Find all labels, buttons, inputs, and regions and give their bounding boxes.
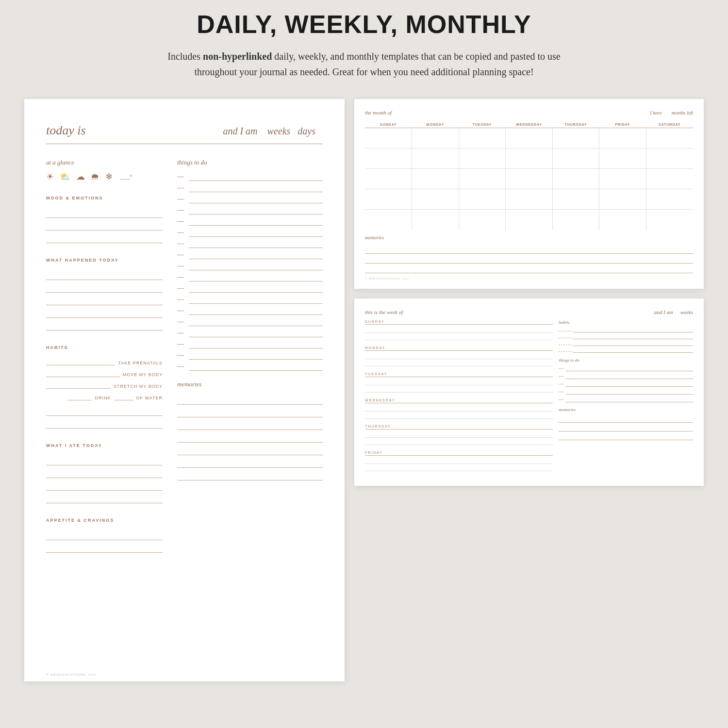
cal-cell <box>552 210 599 230</box>
cal-cell <box>552 149 599 169</box>
weekly-body: SUNDAY MONDAY TUESDAY <box>365 320 693 477</box>
monthly-memory-line-3 <box>365 265 693 273</box>
cal-cell <box>459 149 506 169</box>
todo-row-12: — <box>177 294 323 304</box>
mood-emotions-section: MOOD & EMOTIONS <box>46 196 163 244</box>
memory-line-3 <box>177 418 323 430</box>
habit-mini-dash-5 <box>563 334 567 338</box>
habit-2-text: MOVE MY BODY <box>123 372 163 377</box>
cal-cell <box>459 210 506 230</box>
todo-dash-3: — <box>177 196 185 203</box>
weekly-habit-rows <box>559 327 693 354</box>
main-title: DAILY, WEEKLY, MONTHLY <box>197 10 531 39</box>
weekly-todo-dash-1: — <box>559 365 563 371</box>
tuesday-line-2 <box>365 386 553 393</box>
todo-dash-9: — <box>177 263 185 270</box>
todo-row-6: — <box>177 227 323 237</box>
appetite-line-2 <box>46 541 163 553</box>
monthly-copyright: © KDIGITALSTUDIO, LLC <box>365 277 693 280</box>
habit-line-3 <box>46 379 111 389</box>
weekly-memory-line-2 <box>559 423 693 431</box>
todo-line-4 <box>189 205 323 215</box>
habit-mini-line-3 <box>573 340 693 346</box>
things-to-do-label: things to do <box>177 159 323 166</box>
cal-cell <box>552 169 599 189</box>
tuesday-line-1 <box>365 379 553 385</box>
weekly-todo-dash-5: — <box>559 397 563 402</box>
memories-label: memories <box>177 381 323 388</box>
habit-mini-line-4 <box>573 347 693 353</box>
todo-dash-16: — <box>177 341 185 348</box>
todo-dash-12: — <box>177 296 185 304</box>
memory-line-6 <box>177 456 323 468</box>
weekly-right-labels: and I am weeks <box>654 309 693 315</box>
mood-line-2 <box>46 219 163 231</box>
what-happened-lines <box>46 268 163 331</box>
habit-row-1: TAKE PRENATALS <box>46 356 163 365</box>
weekly-weeks: weeks <box>680 309 693 315</box>
what-ate-label: WHAT I ATE TODAY <box>46 443 163 448</box>
cal-cell <box>646 169 693 189</box>
weekly-planner: this is the week of and I am weeks SUNDA… <box>354 298 704 486</box>
habit-line-1 <box>46 356 115 365</box>
col-tuesday: TUESDAY <box>459 121 506 128</box>
cal-cell <box>412 149 459 169</box>
weekly-todo-rows: — — — — <box>559 364 693 403</box>
weekly-todo-row-1: — <box>559 364 693 371</box>
habit-line-2 <box>46 367 120 377</box>
cal-cell <box>599 149 646 169</box>
at-a-glance-label: at a glance <box>46 159 163 166</box>
weekly-habit-row-4 <box>559 347 693 353</box>
wednesday-line-2 <box>365 412 553 419</box>
cal-cell <box>365 169 412 189</box>
todo-row-11: — <box>177 283 323 293</box>
rain-icon: 🌧 <box>91 172 99 182</box>
habit-line-4a <box>67 391 92 400</box>
weekly-todo-line-5 <box>565 396 693 402</box>
thursday-line-1 <box>365 431 553 438</box>
cal-cell <box>412 210 459 230</box>
daily-copyright: © KDIGITALSTUDIO, LLC <box>46 673 96 677</box>
todo-line-2 <box>189 182 323 192</box>
todo-line-8 <box>189 249 323 259</box>
cal-cell <box>459 169 506 189</box>
todo-line-3 <box>189 194 323 203</box>
col-monday: MONDAY <box>412 121 459 128</box>
todo-row-13: — <box>177 305 323 315</box>
cal-cell <box>459 189 506 210</box>
weather-icons-row: ☀ ⛅ ☁ 🌧 ❄ ___° <box>46 171 163 182</box>
right-column: the month of I have months left SUNDAY M… <box>354 99 704 486</box>
habit-4a-text: DRINK <box>95 396 111 400</box>
weekly-days-col: SUNDAY MONDAY TUESDAY <box>365 320 553 477</box>
weekly-habits-label: habits <box>559 320 693 325</box>
monthly-memory-line-1 <box>365 245 693 254</box>
todo-line-11 <box>189 283 323 293</box>
monthly-calendar: SUNDAY MONDAY TUESDAY WEDNESDAY THURSDAY… <box>365 121 693 230</box>
memory-line-4 <box>177 431 323 443</box>
appetite-line-1 <box>46 529 163 540</box>
ate-line-3 <box>46 479 163 491</box>
monthly-memories-section: memories <box>365 235 693 273</box>
todo-line-7 <box>189 238 323 248</box>
weekly-todo-row-4: — <box>559 388 693 395</box>
todo-line-9 <box>189 261 323 270</box>
todo-dash-8: — <box>177 251 185 259</box>
weekly-memory-lines <box>559 414 693 440</box>
happened-line-5 <box>46 319 163 331</box>
weekly-and-i-am: and I am <box>654 309 673 315</box>
memory-line-5 <box>177 444 323 455</box>
habit-mini-dash-11 <box>563 348 567 352</box>
habit-extra-1 <box>46 404 163 416</box>
todo-line-16 <box>189 339 323 348</box>
habit-mini-line-1 <box>573 327 693 332</box>
thursday-line-2 <box>365 438 553 445</box>
habit-extra-2 <box>46 417 163 429</box>
weekly-memory-line-3 <box>559 431 693 440</box>
thursday-label: THURSDAY <box>365 425 553 430</box>
habit-mini-dash-9 <box>568 341 572 345</box>
memory-line-7 <box>177 469 323 480</box>
todo-dash-11: — <box>177 285 185 293</box>
sun-icon: ☀ <box>46 171 54 182</box>
todo-dash-1: — <box>177 173 185 181</box>
the-month-of-label: the month of <box>365 110 392 116</box>
